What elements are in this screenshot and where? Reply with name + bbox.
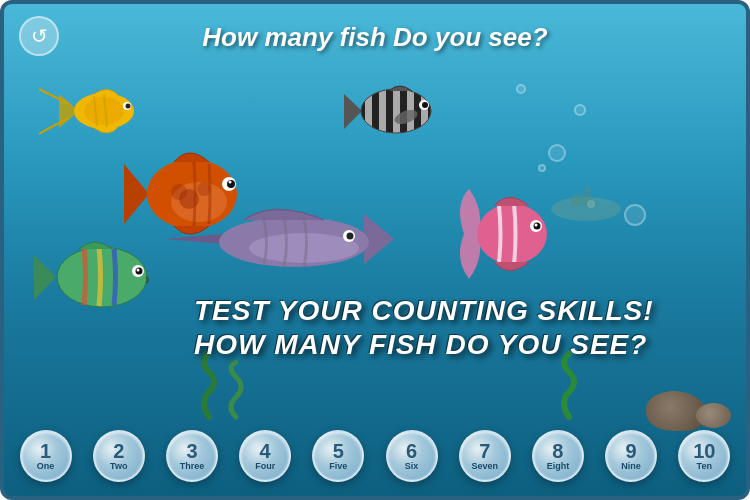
number-button-3[interactable]: 3 Three — [166, 430, 218, 482]
number-button-6[interactable]: 6 Six — [386, 430, 438, 482]
number-button-10[interactable]: 10 Ten — [678, 430, 730, 482]
svg-point-30 — [347, 233, 354, 240]
number-word-6: Six — [405, 461, 419, 471]
number-word-5: Five — [329, 461, 347, 471]
number-digit-5: 5 — [333, 441, 344, 461]
svg-marker-26 — [364, 214, 394, 264]
fish-5 — [454, 184, 554, 288]
number-button-7[interactable]: 7 Seven — [459, 430, 511, 482]
number-digit-10: 10 — [693, 441, 715, 461]
fish-area — [4, 64, 746, 314]
number-digit-6: 6 — [406, 441, 417, 461]
svg-point-23 — [422, 102, 428, 108]
seaweed-2 — [224, 362, 249, 421]
fish-1 — [59, 84, 139, 143]
number-digit-2: 2 — [113, 441, 124, 461]
number-word-8: Eight — [547, 461, 570, 471]
number-word-10: Ten — [697, 461, 712, 471]
number-circle-3: 3 Three — [166, 430, 218, 482]
game-container: ↺ How many fish Do you see? — [0, 0, 750, 500]
number-circle-7: 7 Seven — [459, 430, 511, 482]
svg-point-40 — [137, 269, 140, 272]
seaweed-3 — [554, 352, 584, 421]
svg-marker-7 — [124, 164, 149, 224]
number-digit-9: 9 — [626, 441, 637, 461]
number-circle-9: 9 Nine — [605, 430, 657, 482]
number-word-3: Three — [180, 461, 205, 471]
number-digit-8: 8 — [552, 441, 563, 461]
svg-point-31 — [477, 204, 547, 264]
fish-6 — [34, 235, 154, 324]
number-digit-3: 3 — [186, 441, 197, 461]
number-word-4: Four — [255, 461, 275, 471]
svg-point-43 — [587, 200, 595, 208]
svg-rect-45 — [584, 187, 591, 190]
number-row: 1 One 2 Two 3 Three 4 Four 5 Five — [9, 423, 741, 488]
number-circle-2: 2 Two — [93, 430, 145, 482]
number-button-9[interactable]: 9 Nine — [605, 430, 657, 482]
counting-text-line2: HOW MANY FISH DO YOU SEE? — [194, 328, 736, 362]
svg-marker-35 — [34, 255, 56, 300]
svg-rect-44 — [586, 189, 589, 197]
number-word-1: One — [37, 461, 55, 471]
number-button-5[interactable]: 5 Five — [312, 430, 364, 482]
svg-marker-16 — [344, 94, 362, 129]
number-circle-6: 6 Six — [386, 430, 438, 482]
number-word-9: Nine — [621, 461, 641, 471]
submarine — [546, 184, 626, 228]
number-button-2[interactable]: 2 Two — [93, 430, 145, 482]
number-digit-7: 7 — [479, 441, 490, 461]
fish-3 — [344, 79, 434, 148]
number-button-1[interactable]: 1 One — [20, 430, 72, 482]
svg-point-15 — [229, 181, 232, 184]
svg-marker-25 — [164, 234, 224, 244]
number-circle-10: 10 Ten — [678, 430, 730, 482]
number-circle-1: 1 One — [20, 430, 72, 482]
svg-point-6 — [126, 104, 131, 109]
counting-text-line1: TEST YOUR COUNTING SKILLS! — [194, 294, 736, 328]
number-circle-5: 5 Five — [312, 430, 364, 482]
counting-text: TEST YOUR COUNTING SKILLS! HOW MANY FISH… — [194, 294, 736, 361]
number-digit-1: 1 — [40, 441, 51, 461]
number-circle-8: 8 Eight — [532, 430, 584, 482]
number-word-7: Seven — [471, 461, 498, 471]
number-circle-4: 4 Four — [239, 430, 291, 482]
number-word-2: Two — [110, 461, 127, 471]
number-digit-4: 4 — [260, 441, 271, 461]
number-button-8[interactable]: 8 Eight — [532, 430, 584, 482]
svg-point-34 — [535, 224, 538, 227]
number-button-4[interactable]: 4 Four — [239, 430, 291, 482]
question-text: How many fish Do you see? — [4, 22, 746, 53]
fish-4 — [164, 204, 414, 288]
svg-point-12 — [171, 184, 187, 200]
